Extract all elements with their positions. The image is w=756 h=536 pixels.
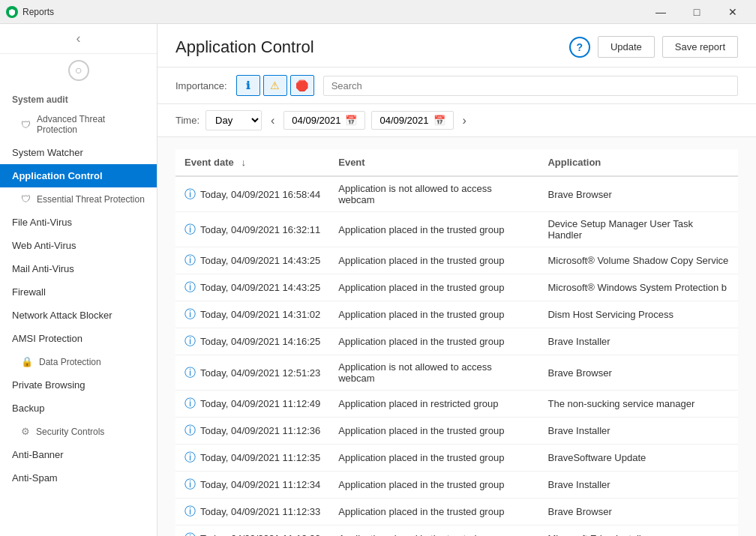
sidebar-label-amsi-protection: AMSI Protection xyxy=(12,333,82,344)
info-row-icon: ⓘ xyxy=(184,307,196,322)
cell-application: Microsoft® Windows System Protection b xyxy=(538,274,738,301)
cell-application: BraveSoftware Update xyxy=(538,445,738,472)
sidebar-item-private-browsing[interactable]: Private Browsing xyxy=(0,373,157,397)
sidebar-label-system-watcher: System Watcher xyxy=(12,147,83,158)
title-bar: Reports — □ ✕ xyxy=(0,0,756,24)
table-row[interactable]: ⓘToday, 04/09/2021 11:12:33Application p… xyxy=(176,499,738,526)
info-row-icon: ⓘ xyxy=(184,223,196,237)
sidebar-item-essential-threat-protection[interactable]: 🛡 Essential Threat Protection xyxy=(0,187,157,211)
sidebar-item-backup[interactable]: Backup xyxy=(0,397,157,420)
sidebar-label-security-controls: Security Controls xyxy=(36,427,104,437)
sidebar-label-private-browsing: Private Browsing xyxy=(12,379,86,391)
table-row[interactable]: ⓘToday, 04/09/2021 11:12:32Application p… xyxy=(176,526,738,537)
sidebar-label-network-attack-blocker: Network Attack Blocker xyxy=(12,310,112,321)
help-button[interactable]: ? xyxy=(569,37,590,58)
col-application: Application xyxy=(538,149,738,176)
info-row-icon: ⓘ xyxy=(184,397,196,411)
info-row-icon: ⓘ xyxy=(184,478,196,492)
table-row[interactable]: ⓘToday, 04/09/2021 14:43:25Application p… xyxy=(176,274,738,301)
page-title: Application Control xyxy=(176,37,314,57)
sidebar-item-system-watcher[interactable]: System Watcher xyxy=(0,141,157,164)
cell-event: Application is not allowed to access web… xyxy=(329,176,538,212)
main-layout: ‹ ○ System audit 🛡 Advanced Threat Prote… xyxy=(0,24,756,536)
time-period-select[interactable]: Day Week Month xyxy=(206,110,262,130)
end-calendar-icon: 📅 xyxy=(434,115,446,126)
warning-triangle-icon: ⚠ xyxy=(270,79,280,91)
minimize-button[interactable]: — xyxy=(644,0,678,24)
info-row-icon: ⓘ xyxy=(184,334,196,349)
sort-icon: ↓ xyxy=(241,157,246,168)
info-row-icon: ⓘ xyxy=(184,366,196,380)
maximize-button[interactable]: □ xyxy=(680,0,714,24)
table-row[interactable]: ⓘToday, 04/09/2021 14:16:25Application p… xyxy=(176,328,738,355)
update-button[interactable]: Update xyxy=(598,36,655,58)
sidebar-item-application-control[interactable]: Application Control xyxy=(0,164,157,187)
error-icon: 🛑 xyxy=(296,79,308,91)
start-date-box: 04/09/2021 📅 xyxy=(284,111,365,130)
search-input[interactable] xyxy=(323,76,738,96)
cell-event: Application placed in restricted group xyxy=(329,391,538,418)
table-row[interactable]: ⓘToday, 04/09/2021 11:12:35Application p… xyxy=(176,445,738,472)
events-table: Event date ↓ Event Application ⓘToday, 0… xyxy=(176,149,738,536)
table-row[interactable]: ⓘToday, 04/09/2021 14:31:02Application p… xyxy=(176,301,738,328)
cell-event-date: ⓘToday, 04/09/2021 11:12:32 xyxy=(176,526,329,537)
cell-event-date: ⓘToday, 04/09/2021 11:12:33 xyxy=(176,499,329,526)
table-row[interactable]: ⓘToday, 04/09/2021 16:58:44Application i… xyxy=(176,176,738,212)
gear-sub-icon: ⚙ xyxy=(21,426,30,437)
sidebar-item-advanced-threat-protection[interactable]: 🛡 Advanced Threat Protection xyxy=(0,108,157,141)
sidebar-toggle[interactable]: ‹ xyxy=(0,24,157,54)
sidebar-item-file-anti-virus[interactable]: File Anti-Virus xyxy=(0,211,157,234)
table-row[interactable]: ⓘToday, 04/09/2021 12:51:23Application i… xyxy=(176,355,738,391)
sidebar-item-anti-spam[interactable]: Anti-Spam xyxy=(0,466,157,490)
importance-label: Importance: xyxy=(176,80,227,91)
next-date-button[interactable]: › xyxy=(460,112,470,129)
cell-application: Microsoft® Volume Shadow Copy Service xyxy=(538,247,738,274)
content-header: Application Control ? Update Save report xyxy=(158,24,756,67)
cell-application: Brave Installer xyxy=(538,472,738,499)
info-circle-icon: ℹ xyxy=(246,79,250,91)
sidebar-item-data-protection[interactable]: 🔒 Data Protection xyxy=(0,350,157,373)
col-event: Event xyxy=(329,149,538,176)
cell-application: Dism Host Servicing Process xyxy=(538,301,738,328)
importance-info-button[interactable]: ℹ xyxy=(236,75,260,96)
sidebar-item-firewall[interactable]: Firewall xyxy=(0,280,157,304)
cell-application: Brave Installer xyxy=(538,418,738,445)
table-row[interactable]: ⓘToday, 04/09/2021 11:12:36Application p… xyxy=(176,418,738,445)
cell-event: Application placed in the trusted group xyxy=(329,301,538,328)
title-bar-left: Reports xyxy=(6,6,54,18)
close-button[interactable]: ✕ xyxy=(716,0,750,24)
sidebar-item-network-attack-blocker[interactable]: Network Attack Blocker xyxy=(0,304,157,327)
table-row[interactable]: ⓘToday, 04/09/2021 11:12:49Application p… xyxy=(176,391,738,418)
content-area: Application Control ? Update Save report… xyxy=(158,24,756,536)
table-row[interactable]: ⓘToday, 04/09/2021 16:32:11Application p… xyxy=(176,212,738,247)
sidebar-item-mail-anti-virus[interactable]: Mail Anti-Virus xyxy=(0,257,157,280)
save-report-button[interactable]: Save report xyxy=(662,36,738,58)
info-row-icon: ⓘ xyxy=(184,187,196,202)
system-audit-label: System audit xyxy=(0,87,157,108)
shield-sub-icon: 🛡 xyxy=(21,119,31,130)
sidebar-item-web-anti-virus[interactable]: Web Anti-Virus xyxy=(0,234,157,257)
sidebar-item-anti-banner[interactable]: Anti-Banner xyxy=(0,443,157,466)
sidebar-label-web-anti-virus: Web Anti-Virus xyxy=(12,240,76,251)
col-event-date[interactable]: Event date ↓ xyxy=(176,149,329,176)
importance-warn-button[interactable]: ⚠ xyxy=(263,75,287,96)
cell-event-date: ⓘToday, 04/09/2021 11:12:34 xyxy=(176,472,329,499)
sidebar-item-security-controls[interactable]: ⚙ Security Controls xyxy=(0,420,157,443)
cell-application: Brave Browser xyxy=(538,499,738,526)
importance-error-button[interactable]: 🛑 xyxy=(290,75,314,96)
sidebar-item-amsi-protection[interactable]: AMSI Protection xyxy=(0,327,157,350)
table-row[interactable]: ⓘToday, 04/09/2021 11:12:34Application p… xyxy=(176,472,738,499)
cell-event: Application placed in the trusted group xyxy=(329,328,538,355)
info-row-icon: ⓘ xyxy=(184,532,196,536)
lock-sub-icon: 🔒 xyxy=(21,356,33,367)
sidebar-label-firewall: Firewall xyxy=(12,286,46,298)
sidebar-label-backup: Backup xyxy=(12,403,44,414)
cell-event-date: ⓘToday, 04/09/2021 16:32:11 xyxy=(176,212,329,247)
cell-event-date: ⓘToday, 04/09/2021 16:58:44 xyxy=(176,176,329,212)
table-row[interactable]: ⓘToday, 04/09/2021 14:43:25Application p… xyxy=(176,247,738,274)
prev-date-button[interactable]: ‹ xyxy=(268,112,278,129)
cell-event-date: ⓘToday, 04/09/2021 12:51:23 xyxy=(176,355,329,391)
info-row-icon: ⓘ xyxy=(184,253,196,268)
info-row-icon: ⓘ xyxy=(184,280,196,295)
cell-event: Application placed in the trusted group xyxy=(329,472,538,499)
